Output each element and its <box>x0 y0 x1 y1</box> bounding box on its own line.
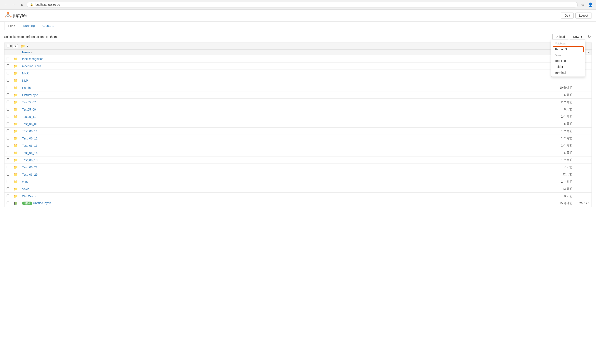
row-checkbox[interactable] <box>7 72 9 74</box>
file-browser: Select items to perform actions on them.… <box>0 30 596 210</box>
row-checkbox[interactable] <box>7 137 9 140</box>
logout-button[interactable]: Logout <box>575 13 592 18</box>
file-link[interactable]: Test_06_01 <box>22 122 37 126</box>
file-link[interactable]: Test_06_11 <box>22 129 37 133</box>
file-link[interactable]: Test_06_16 <box>22 151 37 155</box>
row-checkbox[interactable] <box>7 64 9 67</box>
new-button-label: New <box>573 35 579 38</box>
row-checkbox[interactable] <box>7 173 9 176</box>
row-checkbox[interactable] <box>7 187 9 190</box>
file-link[interactable]: Test05_07 <box>22 101 36 104</box>
jupyter-logo[interactable]: jupyter <box>4 12 27 19</box>
row-checkbox[interactable] <box>7 57 9 60</box>
row-checkbox[interactable] <box>7 158 9 161</box>
size-cell <box>575 120 592 127</box>
table-row: 📁Voice13 天前 <box>4 186 592 193</box>
modified-cell: 8 天前 <box>384 149 574 156</box>
file-link[interactable]: Test_06_22 <box>22 166 37 169</box>
row-checkbox[interactable] <box>7 180 9 183</box>
row-checkbox[interactable] <box>7 201 9 204</box>
terminal-option[interactable]: Terminal <box>551 70 585 76</box>
table-row: 📁Test05_098 天前 <box>4 106 592 113</box>
forward-button[interactable]: → <box>11 2 17 8</box>
row-checkbox[interactable] <box>7 93 9 96</box>
file-link[interactable]: Pandas <box>22 86 32 89</box>
tab-clusters[interactable]: Clusters <box>39 22 58 30</box>
select-all-checkbox[interactable] <box>7 45 9 47</box>
file-link[interactable]: Test_06_19 <box>22 158 37 162</box>
row-checkbox[interactable] <box>7 129 9 132</box>
row-checkbox[interactable] <box>7 101 9 103</box>
row-checkbox[interactable] <box>7 108 9 111</box>
table-row: 📁Test_06_015 天前 <box>4 120 592 127</box>
row-checkbox[interactable] <box>7 122 9 125</box>
file-list-container: 0 ▼ 📁 / Name ↓ Modified <box>4 43 592 207</box>
reload-button[interactable]: ↻ <box>19 2 25 8</box>
jupyter-logo-icon <box>4 12 12 19</box>
bookmark-button[interactable]: ☆ <box>580 2 586 8</box>
other-section-label: Other: <box>551 53 585 58</box>
modified-cell: 22 天前 <box>384 171 574 178</box>
size-cell <box>575 149 592 156</box>
file-link[interactable]: Test_06_12 <box>22 137 37 140</box>
file-link[interactable]: Test_06_15 <box>22 144 37 147</box>
file-link[interactable]: NLP <box>22 79 28 82</box>
row-checkbox[interactable] <box>7 194 9 197</box>
row-checkbox[interactable] <box>7 79 9 82</box>
toolbar-right: Upload New ▼ Notebook: Python 3 Other: T… <box>552 34 592 40</box>
file-link[interactable]: Test05_11 <box>22 115 36 119</box>
notebook-icon: 📗 <box>14 201 17 205</box>
header-buttons: Quit Logout <box>561 13 592 18</box>
folder-option[interactable]: Folder <box>551 64 585 70</box>
address-bar[interactable]: 🔒 localhost:8888/tree <box>27 2 578 7</box>
browser-actions: ☆ 👤 <box>580 2 593 8</box>
row-checkbox[interactable] <box>7 115 9 118</box>
header-dropdown-button[interactable]: ▼ <box>13 44 18 48</box>
table-row: 📁Test_06_2922 天前 <box>4 171 592 178</box>
modified-cell: 1 小时前 <box>384 178 574 186</box>
size-cell <box>575 99 592 106</box>
file-link[interactable]: faceRecognition <box>22 57 43 61</box>
row-checkbox[interactable] <box>7 151 9 154</box>
table-row: 📁Test_06_191 个月前 <box>4 156 592 164</box>
running-badge: 运行中 <box>22 201 32 205</box>
folder-icon: 📁 <box>14 129 18 133</box>
row-checkbox[interactable] <box>7 166 9 168</box>
text-file-option[interactable]: Text File <box>551 58 585 64</box>
quit-button[interactable]: Quit <box>561 13 574 18</box>
size-cell <box>575 113 592 120</box>
folder-icon: 📁 <box>14 71 18 75</box>
file-link[interactable]: MKR <box>22 72 29 75</box>
file-link[interactable]: venv <box>22 180 29 184</box>
modified-cell: 8 天前 <box>384 106 574 113</box>
file-link[interactable]: PictureStyle <box>22 93 38 97</box>
table-row: 📁PictureStyle6 天前 <box>4 91 592 99</box>
name-column-header[interactable]: Name <box>22 51 30 54</box>
python3-option[interactable]: Python 3 <box>553 46 584 52</box>
folder-icon: 📁 <box>14 194 18 198</box>
back-button[interactable]: ← <box>3 2 8 8</box>
file-table: Name ↓ Modified File size 📁faceRecogniti… <box>4 49 592 207</box>
tab-running[interactable]: Running <box>19 22 39 30</box>
size-cell: 26.5 kB <box>575 200 592 207</box>
file-link[interactable]: Test05_09 <box>22 108 36 111</box>
table-row: 📁Pandas10 分钟前 <box>4 84 592 91</box>
file-link[interactable]: Untitled.ipynb <box>33 201 51 205</box>
header-folder-icon: 📁 <box>21 44 25 48</box>
table-row: 📁venv1 小时前 <box>4 178 592 186</box>
upload-button[interactable]: Upload <box>552 34 568 40</box>
row-checkbox[interactable] <box>7 86 9 89</box>
file-link[interactable]: Test_06_29 <box>22 173 37 176</box>
header-count: 0 <box>10 45 12 48</box>
refresh-button[interactable]: ↻ <box>587 34 592 40</box>
modified-cell: 2 个月前 <box>384 113 574 120</box>
file-link[interactable]: machineLearn <box>22 64 41 68</box>
modified-cell <box>384 77 574 84</box>
file-link[interactable]: WebWorm <box>22 194 36 198</box>
profile-button[interactable]: 👤 <box>588 2 593 8</box>
file-link[interactable]: Voice <box>22 187 29 191</box>
tab-files[interactable]: Files <box>4 22 19 30</box>
new-dropdown-menu: Notebook: Python 3 Other: Text File Fold… <box>551 40 585 77</box>
row-checkbox[interactable] <box>7 144 9 147</box>
new-button[interactable]: New ▼ <box>570 34 585 40</box>
